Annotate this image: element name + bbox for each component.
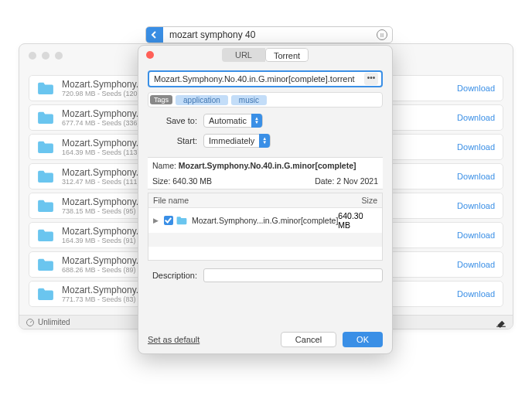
download-link[interactable]: Download <box>457 172 495 181</box>
table-row[interactable]: ▶ Mozart.Symphony...in.G.minor[complete]… <box>148 208 382 233</box>
tag-chip[interactable]: application <box>176 95 228 105</box>
download-link[interactable]: Download <box>457 84 495 93</box>
max-dot[interactable] <box>55 52 63 60</box>
traffic-lights <box>29 52 63 60</box>
folder-icon <box>176 216 187 225</box>
download-link[interactable]: Download <box>457 260 495 269</box>
torrent-name: Mozart.Symphony.No.40.in.G.minor[complet… <box>179 161 356 170</box>
unlimited-label: Unlimited <box>38 318 70 326</box>
folder-icon <box>37 258 54 271</box>
chevron-right-icon[interactable]: ▶ <box>153 217 161 224</box>
svg-rect-2 <box>496 326 506 326</box>
browse-button[interactable]: ••• <box>364 73 378 85</box>
download-link[interactable]: Download <box>457 230 495 240</box>
svg-line-1 <box>30 321 32 323</box>
gauge-icon <box>26 318 35 327</box>
description-input[interactable] <box>203 268 383 282</box>
chevron-left-icon <box>151 31 159 39</box>
chevron-updown-icon: ▲▼ <box>259 134 270 148</box>
close-dot[interactable] <box>29 52 36 60</box>
file-table: File name Size ▶ Mozart.Symphony...in.G.… <box>148 193 383 261</box>
ok-button[interactable]: OK <box>343 332 383 347</box>
tags-label: Tags <box>150 95 172 104</box>
pause-icon[interactable]: II <box>377 29 387 40</box>
torrent-size: 640.30 MB <box>172 176 212 186</box>
folder-icon <box>37 81 54 95</box>
folder-icon <box>37 199 54 213</box>
download-link[interactable]: Download <box>457 201 495 210</box>
start-select[interactable]: Immediately ▲▼ <box>203 134 271 148</box>
tag-chip[interactable]: music <box>231 95 267 105</box>
tags-field[interactable]: Tags application music <box>148 92 383 108</box>
save-to-select[interactable]: Automatic ▲▼ <box>203 114 263 128</box>
tab-url[interactable]: URL <box>222 48 265 62</box>
torrent-path-value: Mozart.Symphony.No.40.in.G.minor[complet… <box>154 74 355 84</box>
folder-icon <box>37 287 54 301</box>
folder-icon <box>37 111 54 125</box>
close-icon[interactable] <box>146 51 154 59</box>
add-torrent-dialog: URL Torrent Mozart.Symphony.No.40.in.G.m… <box>138 45 393 354</box>
description-label: Description: <box>148 271 197 280</box>
chevron-updown-icon: ▲▼ <box>251 114 262 128</box>
torrent-path-field[interactable]: Mozart.Symphony.No.40.in.G.minor[complet… <box>148 70 383 87</box>
set-default-link[interactable]: Set as default <box>148 335 200 344</box>
col-size[interactable]: Size <box>362 196 377 205</box>
search-input[interactable]: mozart symphony 40 <box>163 29 377 40</box>
back-button[interactable] <box>146 27 163 43</box>
torrent-date: 2 Nov 2021 <box>336 176 378 186</box>
folder-icon <box>37 228 54 242</box>
file-name: Mozart.Symphony...in.G.minor[complete] <box>192 216 338 225</box>
min-dot[interactable] <box>42 52 49 60</box>
eraser-icon[interactable] <box>496 317 506 328</box>
torrent-info: Name: Mozart.Symphony.No.40.in.G.minor[c… <box>148 157 383 189</box>
save-to-label: Save to: <box>148 116 197 125</box>
start-label: Start: <box>148 136 197 145</box>
folder-icon <box>37 140 54 154</box>
download-link[interactable]: Download <box>457 142 495 152</box>
folder-icon <box>37 169 54 183</box>
col-filename[interactable]: File name <box>153 196 362 205</box>
file-size: 640.30 MB <box>338 211 377 230</box>
search-bar[interactable]: mozart symphony 40 II <box>145 26 393 43</box>
tab-torrent[interactable]: Torrent <box>265 48 309 62</box>
cancel-button[interactable]: Cancel <box>281 332 336 347</box>
mode-segmented[interactable]: URL Torrent <box>222 48 309 62</box>
download-link[interactable]: Download <box>457 289 495 299</box>
checkbox[interactable] <box>164 216 173 225</box>
download-link[interactable]: Download <box>457 113 495 122</box>
